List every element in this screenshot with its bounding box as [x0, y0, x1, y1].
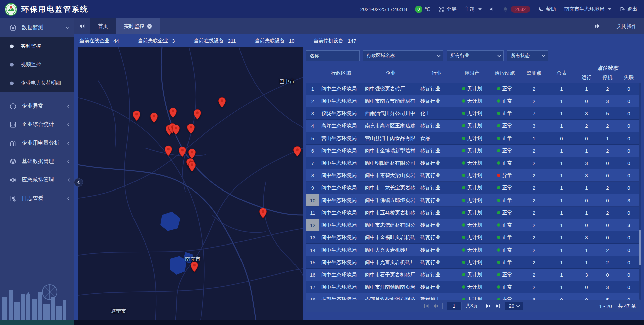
row-facility-text: 正常 [502, 123, 513, 129]
column-point-status: 点位状态 [576, 64, 639, 72]
table-row[interactable]: 13 阆中生态环境局 阆中市金福旺页岩机砖 砖瓦行业 无计划 正常 2 1 3 … [306, 231, 641, 244]
row-stopped-count: 5 [597, 111, 618, 116]
close-operations-button[interactable]: 关闭操作 [616, 23, 637, 30]
stat-value: 10 [289, 38, 295, 44]
map-collapse-handle[interactable] [74, 178, 83, 187]
sidebar-group-enterprise-stats[interactable]: 企业综合统计 [0, 115, 74, 134]
theme-dropdown[interactable]: 主题 [465, 6, 482, 12]
table-row[interactable]: 6 阆中生态环境局 阆中市金博瑞新型墙材 砖瓦行业 无计划 正常 2 1 1 2… [306, 145, 641, 157]
table-scrollbar[interactable] [639, 83, 641, 300]
fullscreen-button[interactable]: 全屏 [438, 6, 457, 12]
sidebar-group-power-analysis[interactable]: 企业用电量分析 [0, 134, 74, 152]
notifications[interactable]: 2632 [503, 6, 530, 13]
row-limit-status: 无计划 [455, 284, 489, 290]
row-industry: 砖瓦行业 [418, 259, 455, 266]
map-pin[interactable] [193, 109, 201, 120]
prev-page-button[interactable] [433, 304, 438, 308]
row-region: 阆中生态环境局 [319, 172, 363, 179]
sidebar-group-data-monitor[interactable]: 数据监测 [0, 18, 74, 37]
table-row[interactable]: 17 阆中生态环境局 阆中市江南镇阆南页岩 砖瓦行业 无计划 正常 2 1 0 … [306, 281, 641, 293]
table-row[interactable]: 5 营山生态环境局 营山县润丰肉食品有限 食品 无计划 正常 1 0 0 1 0 [306, 132, 641, 145]
map-pin[interactable] [150, 112, 158, 123]
sidebar-group-logs[interactable]: 日志查看 [0, 189, 74, 208]
map-pin[interactable] [178, 146, 186, 157]
map-pin[interactable] [188, 161, 196, 172]
map-pin[interactable] [164, 145, 172, 156]
row-stopped-count: 0 [597, 272, 618, 278]
table-row[interactable]: 2 阆中生态环境局 阆中市南方节能建材有 砖瓦行业 无计划 正常 2 1 0 3… [306, 95, 641, 107]
map-pin[interactable] [218, 97, 226, 108]
map-pin[interactable] [190, 262, 198, 272]
row-company: 阆中市枣碧大梁山页岩 [363, 172, 418, 179]
scrollbar-thumb[interactable] [639, 230, 641, 265]
map-pin[interactable] [293, 146, 301, 157]
exit-button[interactable]: 退出 [620, 6, 637, 12]
row-index: 18 [306, 293, 319, 300]
log-file-icon [9, 195, 17, 202]
page-size-select[interactable]: 20 [505, 302, 523, 310]
row-disconnected-count: 0 [618, 173, 639, 178]
table-row[interactable]: 14 阆中生态环境局 阆中大兴页岩机砖厂 砖瓦行业 无计划 正常 2 1 1 2… [306, 244, 641, 256]
name-filter[interactable] [306, 50, 360, 61]
row-limit-text: 无计划 [467, 148, 482, 154]
table-row[interactable]: 3 仪陇生态环境局 西南油气田分公司川中 化工 无计划 正常 7 1 3 5 0 [306, 107, 641, 120]
help-button[interactable]: 帮助 [538, 6, 556, 12]
map-pin[interactable] [188, 149, 196, 159]
row-facility-text: 正常 [502, 135, 513, 142]
sidebar-group-enterprise-anomaly[interactable]: 企业异常 [0, 97, 74, 115]
row-limit-status: 无计划 [455, 185, 489, 191]
table-row[interactable]: 10 阆中生态环境局 阆中千佛镇五郎垭页岩 砖瓦行业 无计划 正常 2 1 0 … [306, 194, 641, 207]
sidebar-item-realtime-monitor[interactable]: 实时监控 [0, 37, 74, 55]
sidebar-group-base-data[interactable]: 基础数据管理 [0, 152, 74, 171]
row-index: 11 [306, 207, 319, 219]
table-row[interactable]: 18 南部生态环境局 南部县双化水泥有限公 建材加工 无计划 正常 6 0 0 … [306, 293, 641, 300]
map-pin[interactable] [259, 208, 267, 218]
table-row[interactable]: 12 阆中生态环境局 阆中市忠信建材有限公 砖瓦行业 无计划 正常 2 1 0 … [306, 219, 641, 231]
map-pin[interactable] [172, 124, 180, 135]
table-row[interactable]: 8 阆中生态环境局 阆中市枣碧大梁山页岩 砖瓦行业 无计划 异常 2 1 3 0… [306, 169, 641, 182]
row-monitor-points: 2 [521, 86, 547, 92]
name-filter-input[interactable] [310, 53, 356, 58]
table-row[interactable]: 11 阆中生态环境局 阆中市五马桥页岩机砖 砖瓦行业 无计划 正常 2 1 1 … [306, 207, 641, 219]
region-filter-select[interactable]: 行政区域名称 [363, 50, 443, 61]
chevron-down-icon [516, 304, 520, 307]
status-dot [497, 199, 500, 202]
map[interactable]: 巴中市 南充市 遂宁市 [78, 47, 303, 320]
first-page-button[interactable] [424, 304, 429, 308]
row-running-count: 0 [576, 198, 597, 203]
tab-close-icon[interactable] [147, 24, 152, 29]
org-dropdown[interactable]: 南充市生态环境局 [564, 6, 611, 12]
industry-filter-select[interactable]: 所有行业 [447, 50, 504, 61]
tab-realtime-monitor[interactable]: 实时监控 [116, 18, 160, 34]
table-row[interactable]: 15 阆中生态环境局 阆中市光富页岩机砖厂 砖瓦行业 无计划 正常 2 1 1 … [306, 256, 641, 269]
row-limit-text: 无计划 [467, 135, 482, 142]
sidebar-item-video-monitor[interactable]: 视频监控 [0, 55, 74, 74]
table-row[interactable]: 9 阆中生态环境局 阆中市二龙长宝页岩砖 砖瓦行业 无计划 正常 2 1 1 2… [306, 182, 641, 194]
sidebar-item-power-load-detail[interactable]: 企业电力负荷明细 [0, 74, 74, 92]
mute-button[interactable] [490, 7, 495, 12]
tabs-scroll-left-button[interactable] [74, 18, 90, 34]
row-facility-text: 正常 [502, 197, 513, 204]
status-dot [497, 99, 500, 103]
stat-label: 当前在线企业: [79, 38, 111, 44]
next-page-button[interactable] [486, 304, 491, 308]
page-number-input[interactable] [447, 302, 462, 310]
status-dot [497, 211, 500, 214]
stat-item: 当前停机设备: 147 [313, 38, 356, 44]
table-row[interactable]: 4 高坪生态环境局 南充市高坪区王家店建 砖瓦行业 无计划 正常 3 1 2 2… [306, 120, 641, 132]
map-pin[interactable] [132, 110, 141, 121]
table-row[interactable]: 16 阆中生态环境局 阆中市石子页岩机砖厂 砖瓦行业 无计划 正常 2 1 3 … [306, 269, 641, 281]
row-region: 阆中生态环境局 [319, 86, 363, 92]
tab-home[interactable]: 首页 [90, 18, 116, 34]
tabs-scroll-right-button[interactable] [589, 24, 605, 29]
status-dot [497, 223, 500, 227]
last-page-button[interactable] [495, 304, 501, 308]
map-pin[interactable] [169, 108, 177, 118]
bottom-strip [0, 320, 644, 325]
table-row[interactable]: 7 阆中生态环境局 阆中明阳建材有限公司 砖瓦行业 无计划 正常 2 1 3 0… [306, 157, 641, 169]
map-pin[interactable] [187, 123, 195, 134]
table-row[interactable]: 1 阆中生态环境局 阆中强锐页岩砖厂 砖瓦行业 无计划 正常 2 1 1 2 0 [306, 83, 641, 95]
status-filter-select[interactable]: 所有状态 [507, 50, 548, 61]
sidebar-group-emergency[interactable]: 应急减排管理 [0, 171, 74, 189]
row-limit-status: 无计划 [455, 86, 489, 92]
